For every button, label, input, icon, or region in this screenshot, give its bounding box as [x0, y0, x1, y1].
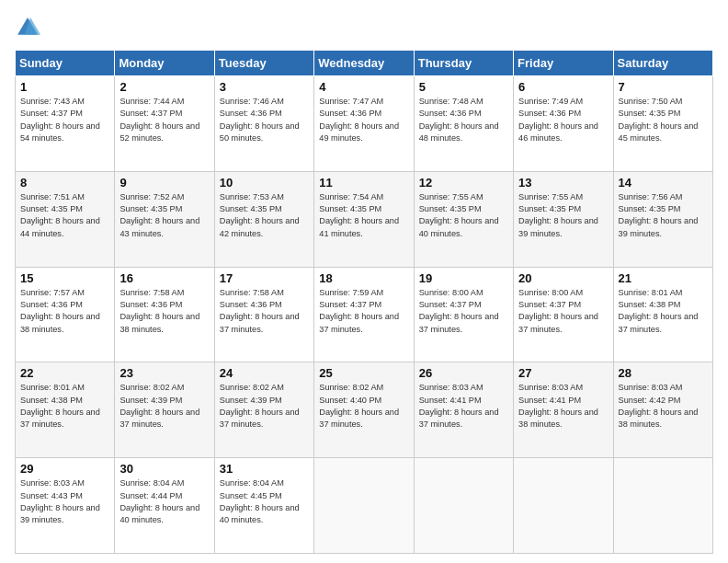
header-thursday: Thursday: [414, 51, 513, 76]
day-number: 31: [220, 462, 309, 476]
calendar-cell: 17 Sunrise: 7:58 AMSunset: 4:36 PMDaylig…: [214, 267, 313, 362]
calendar-cell: 16 Sunrise: 7:58 AMSunset: 4:36 PMDaylig…: [115, 267, 214, 362]
day-info: Sunrise: 7:46 AMSunset: 4:36 PMDaylight:…: [220, 97, 300, 143]
calendar-cell: 6 Sunrise: 7:49 AMSunset: 4:36 PMDayligh…: [514, 76, 613, 172]
day-info: Sunrise: 7:52 AMSunset: 4:35 PMDaylight:…: [119, 192, 199, 238]
day-number: 2: [119, 80, 209, 94]
day-info: Sunrise: 8:02 AMSunset: 4:39 PMDaylight:…: [220, 383, 300, 429]
day-number: 26: [419, 366, 508, 380]
day-number: 5: [419, 80, 508, 94]
day-number: 10: [220, 176, 309, 190]
calendar-cell: 29 Sunrise: 8:03 AMSunset: 4:43 PMDaylig…: [16, 458, 115, 554]
calendar-cell: 11 Sunrise: 7:54 AMSunset: 4:35 PMDaylig…: [314, 171, 414, 267]
calendar-cell: 12 Sunrise: 7:55 AMSunset: 4:35 PMDaylig…: [414, 171, 513, 267]
calendar-cell: 15 Sunrise: 7:57 AMSunset: 4:36 PMDaylig…: [16, 267, 115, 362]
calendar-cell: 7 Sunrise: 7:50 AMSunset: 4:35 PMDayligh…: [613, 76, 712, 172]
day-number: 27: [518, 366, 608, 380]
header-friday: Friday: [514, 51, 613, 76]
calendar-cell: 3 Sunrise: 7:46 AMSunset: 4:36 PMDayligh…: [214, 76, 313, 172]
calendar-cell: [314, 458, 414, 554]
day-info: Sunrise: 7:55 AMSunset: 4:35 PMDaylight:…: [419, 192, 499, 238]
day-number: 17: [220, 271, 309, 285]
calendar-cell: 9 Sunrise: 7:52 AMSunset: 4:35 PMDayligh…: [115, 171, 214, 267]
day-info: Sunrise: 7:54 AMSunset: 4:35 PMDaylight:…: [319, 192, 399, 238]
day-number: 28: [619, 366, 708, 380]
calendar-cell: 8 Sunrise: 7:51 AMSunset: 4:35 PMDayligh…: [16, 171, 115, 267]
day-number: 20: [518, 271, 608, 285]
day-info: Sunrise: 7:56 AMSunset: 4:35 PMDaylight:…: [619, 192, 699, 238]
day-number: 16: [119, 271, 209, 285]
day-info: Sunrise: 7:48 AMSunset: 4:36 PMDaylight:…: [419, 97, 499, 143]
calendar-cell: 25 Sunrise: 8:02 AMSunset: 4:40 PMDaylig…: [314, 362, 414, 458]
header-saturday: Saturday: [613, 51, 712, 76]
day-number: 22: [20, 366, 109, 380]
calendar-cell: 30 Sunrise: 8:04 AMSunset: 4:44 PMDaylig…: [115, 458, 214, 554]
day-info: Sunrise: 8:04 AMSunset: 4:45 PMDaylight:…: [220, 478, 300, 524]
day-info: Sunrise: 8:04 AMSunset: 4:44 PMDaylight:…: [119, 478, 199, 524]
calendar-header-row: SundayMondayTuesdayWednesdayThursdayFrid…: [16, 51, 713, 76]
calendar-week-4: 22 Sunrise: 8:01 AMSunset: 4:38 PMDaylig…: [16, 362, 713, 458]
day-info: Sunrise: 7:50 AMSunset: 4:35 PMDaylight:…: [619, 97, 699, 143]
day-info: Sunrise: 7:44 AMSunset: 4:37 PMDaylight:…: [119, 97, 199, 143]
day-number: 19: [419, 271, 508, 285]
header-wednesday: Wednesday: [314, 51, 414, 76]
calendar-week-1: 1 Sunrise: 7:43 AMSunset: 4:37 PMDayligh…: [16, 76, 713, 172]
day-info: Sunrise: 8:01 AMSunset: 4:38 PMDaylight:…: [20, 383, 100, 429]
day-info: Sunrise: 7:58 AMSunset: 4:36 PMDaylight:…: [119, 288, 199, 334]
day-number: 24: [220, 366, 309, 380]
calendar-cell: [414, 458, 513, 554]
day-info: Sunrise: 8:00 AMSunset: 4:37 PMDaylight:…: [518, 288, 598, 334]
day-number: 15: [20, 271, 109, 285]
day-info: Sunrise: 8:03 AMSunset: 4:43 PMDaylight:…: [20, 478, 100, 524]
calendar-cell: 18 Sunrise: 7:59 AMSunset: 4:37 PMDaylig…: [314, 267, 414, 362]
calendar-cell: 26 Sunrise: 8:03 AMSunset: 4:41 PMDaylig…: [414, 362, 513, 458]
day-number: 3: [220, 80, 309, 94]
day-info: Sunrise: 7:49 AMSunset: 4:36 PMDaylight:…: [518, 97, 598, 143]
calendar-cell: 23 Sunrise: 8:02 AMSunset: 4:39 PMDaylig…: [115, 362, 214, 458]
day-info: Sunrise: 8:03 AMSunset: 4:41 PMDaylight:…: [518, 383, 598, 429]
calendar-cell: 5 Sunrise: 7:48 AMSunset: 4:36 PMDayligh…: [414, 76, 513, 172]
day-info: Sunrise: 7:59 AMSunset: 4:37 PMDaylight:…: [319, 288, 399, 334]
calendar-week-5: 29 Sunrise: 8:03 AMSunset: 4:43 PMDaylig…: [16, 458, 713, 554]
day-number: 11: [319, 176, 408, 190]
calendar-cell: 28 Sunrise: 8:03 AMSunset: 4:42 PMDaylig…: [613, 362, 712, 458]
header: [15, 15, 713, 40]
day-info: Sunrise: 7:51 AMSunset: 4:35 PMDaylight:…: [20, 192, 100, 238]
day-number: 18: [319, 271, 408, 285]
calendar-cell: 13 Sunrise: 7:55 AMSunset: 4:35 PMDaylig…: [514, 171, 613, 267]
day-info: Sunrise: 7:55 AMSunset: 4:35 PMDaylight:…: [518, 192, 598, 238]
calendar-cell: 1 Sunrise: 7:43 AMSunset: 4:37 PMDayligh…: [16, 76, 115, 172]
calendar-cell: 21 Sunrise: 8:01 AMSunset: 4:38 PMDaylig…: [613, 267, 712, 362]
day-info: Sunrise: 8:03 AMSunset: 4:41 PMDaylight:…: [419, 383, 499, 429]
calendar-cell: 24 Sunrise: 8:02 AMSunset: 4:39 PMDaylig…: [214, 362, 313, 458]
day-number: 4: [319, 80, 408, 94]
day-info: Sunrise: 7:43 AMSunset: 4:37 PMDaylight:…: [20, 97, 100, 143]
calendar-week-3: 15 Sunrise: 7:57 AMSunset: 4:36 PMDaylig…: [16, 267, 713, 362]
day-info: Sunrise: 8:03 AMSunset: 4:42 PMDaylight:…: [619, 383, 699, 429]
calendar-cell: 14 Sunrise: 7:56 AMSunset: 4:35 PMDaylig…: [613, 171, 712, 267]
day-number: 9: [119, 176, 209, 190]
day-number: 21: [619, 271, 708, 285]
logo-icon: [15, 15, 40, 40]
day-number: 7: [619, 80, 708, 94]
day-number: 12: [419, 176, 508, 190]
day-number: 8: [20, 176, 109, 190]
day-number: 1: [20, 80, 109, 94]
calendar-cell: 2 Sunrise: 7:44 AMSunset: 4:37 PMDayligh…: [115, 76, 214, 172]
day-number: 6: [518, 80, 608, 94]
logo: [15, 15, 46, 40]
day-number: 23: [119, 366, 209, 380]
calendar-cell: 22 Sunrise: 8:01 AMSunset: 4:38 PMDaylig…: [16, 362, 115, 458]
header-monday: Monday: [115, 51, 214, 76]
day-number: 14: [619, 176, 708, 190]
day-info: Sunrise: 7:58 AMSunset: 4:36 PMDaylight:…: [220, 288, 300, 334]
header-sunday: Sunday: [16, 51, 115, 76]
main-container: SundayMondayTuesdayWednesdayThursdayFrid…: [0, 0, 728, 563]
day-info: Sunrise: 7:53 AMSunset: 4:35 PMDaylight:…: [220, 192, 300, 238]
day-info: Sunrise: 8:02 AMSunset: 4:39 PMDaylight:…: [119, 383, 199, 429]
day-info: Sunrise: 8:02 AMSunset: 4:40 PMDaylight:…: [319, 383, 399, 429]
calendar-cell: 20 Sunrise: 8:00 AMSunset: 4:37 PMDaylig…: [514, 267, 613, 362]
day-info: Sunrise: 7:57 AMSunset: 4:36 PMDaylight:…: [20, 288, 100, 334]
calendar-week-2: 8 Sunrise: 7:51 AMSunset: 4:35 PMDayligh…: [16, 171, 713, 267]
day-info: Sunrise: 8:00 AMSunset: 4:37 PMDaylight:…: [419, 288, 499, 334]
